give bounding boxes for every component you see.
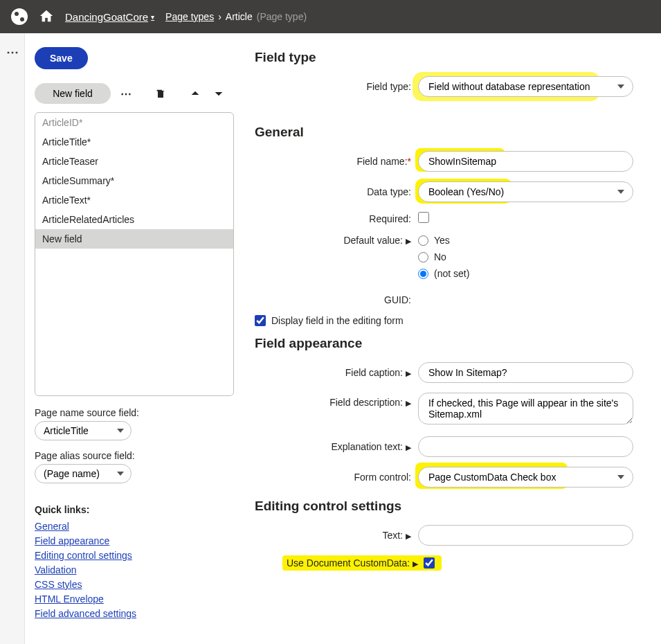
- use-doc-customdata-label: Use Document CustomData:▶: [287, 557, 424, 569]
- required-checkbox[interactable]: [418, 212, 429, 223]
- data-type-select[interactable]: Boolean (Yes/No): [418, 181, 633, 202]
- data-type-label: Data type:: [255, 186, 418, 197]
- quicklink-css-styles[interactable]: CSS styles: [35, 578, 234, 592]
- move-down-icon[interactable]: [210, 85, 227, 102]
- text-label: Text:▶: [255, 530, 418, 541]
- display-in-form-label: Display field in the editing form: [271, 315, 404, 326]
- quicklink-field-appearance[interactable]: Field appearance: [35, 534, 234, 548]
- explanation-label: Explanation text:▶: [255, 441, 418, 452]
- more-icon[interactable]: ⋯: [6, 44, 19, 644]
- page-name-source-select[interactable]: ArticleTitle: [35, 421, 132, 440]
- field-list-item[interactable]: ArticleID*: [35, 113, 233, 132]
- section-general: General: [255, 125, 647, 140]
- field-description-textarea[interactable]: If checked, this Page will appear in the…: [418, 393, 633, 424]
- default-value-label: Default value:▶: [255, 235, 418, 246]
- page-alias-source-label: Page alias source field:: [35, 450, 234, 461]
- page-alias-source-select[interactable]: (Page name): [35, 464, 132, 483]
- page-name-source-label: Page name source field:: [35, 407, 234, 418]
- field-type-select[interactable]: Field without database representation: [418, 76, 633, 97]
- section-field-appearance: Field appearance: [255, 336, 647, 351]
- field-name-label: Field name:*: [255, 156, 418, 167]
- form-control-select[interactable]: Page CustomData Check box: [418, 467, 633, 488]
- delete-icon[interactable]: [152, 85, 169, 102]
- use-doc-customdata-checkbox[interactable]: [424, 557, 435, 569]
- field-caption-input[interactable]: [418, 362, 633, 383]
- breadcrumb: Page types › Article (Page type): [165, 11, 307, 22]
- field-list-item[interactable]: ArticleRelatedArticles: [35, 210, 233, 229]
- field-list-item[interactable]: ArticleTeaser: [35, 152, 233, 171]
- caret-right-icon[interactable]: ▶: [406, 369, 411, 378]
- quick-links-title: Quick links:: [35, 504, 234, 515]
- quicklink-editing-control-settings[interactable]: Editing control settings: [35, 548, 234, 563]
- breadcrumb-article: Article: [226, 11, 253, 22]
- home-icon[interactable]: [39, 8, 54, 26]
- move-up-icon[interactable]: [187, 85, 203, 102]
- new-field-button[interactable]: New field: [35, 83, 111, 104]
- field-type-label: Field type:: [255, 81, 418, 92]
- field-list-item[interactable]: New field: [35, 229, 233, 249]
- app-logo-icon[interactable]: [11, 8, 28, 25]
- default-value-no[interactable]: No: [418, 251, 647, 262]
- field-description-label: Field description:▶: [255, 393, 418, 408]
- caret-right-icon[interactable]: ▶: [406, 443, 411, 452]
- form-control-label: Form control:: [255, 472, 418, 483]
- header-bar: DancingGoatCore ▾ Page types › Article (…: [0, 0, 661, 33]
- caret-right-icon[interactable]: ▶: [413, 560, 418, 569]
- field-list-item[interactable]: ArticleText*: [35, 190, 233, 210]
- quicklink-validation[interactable]: Validation: [35, 563, 234, 578]
- left-rail: ⋯: [0, 33, 25, 644]
- field-list-item[interactable]: ArticleSummary*: [35, 171, 233, 190]
- field-name-input[interactable]: [418, 151, 633, 172]
- chevron-right-icon: ›: [218, 11, 221, 22]
- more-options-icon[interactable]: ⋯: [118, 87, 134, 100]
- save-button[interactable]: Save: [35, 47, 88, 69]
- caret-right-icon[interactable]: ▶: [406, 237, 411, 246]
- quicklink-html-envelope[interactable]: HTML Envelope: [35, 592, 234, 607]
- display-in-form-checkbox[interactable]: [255, 315, 266, 326]
- default-value-radio-group: Yes No (not set): [418, 235, 647, 285]
- caret-right-icon[interactable]: ▶: [406, 399, 411, 408]
- section-editing-control: Editing control settings: [255, 499, 647, 514]
- breadcrumb-suffix: (Page type): [257, 11, 307, 22]
- breadcrumb-page-types[interactable]: Page types: [165, 11, 214, 22]
- explanation-input[interactable]: [418, 436, 633, 457]
- caret-right-icon[interactable]: ▶: [406, 532, 411, 541]
- field-caption-label: Field caption:▶: [255, 367, 418, 378]
- default-value-yes[interactable]: Yes: [418, 235, 647, 246]
- default-value-notset[interactable]: (not set): [418, 268, 647, 279]
- field-list: ArticleID* ArticleTitle* ArticleTeaser A…: [35, 112, 234, 396]
- quicklink-field-advanced-settings[interactable]: Field advanced settings: [35, 607, 234, 621]
- field-list-item[interactable]: ArticleTitle*: [35, 132, 233, 152]
- section-field-type: Field type: [255, 50, 647, 65]
- required-label: Required:: [255, 213, 418, 224]
- text-input[interactable]: [418, 525, 633, 546]
- site-selector[interactable]: DancingGoatCore ▾: [65, 11, 154, 23]
- guid-label: GUID:: [255, 294, 418, 305]
- quicklink-general[interactable]: General: [35, 519, 234, 534]
- chevron-down-icon: ▾: [151, 13, 154, 21]
